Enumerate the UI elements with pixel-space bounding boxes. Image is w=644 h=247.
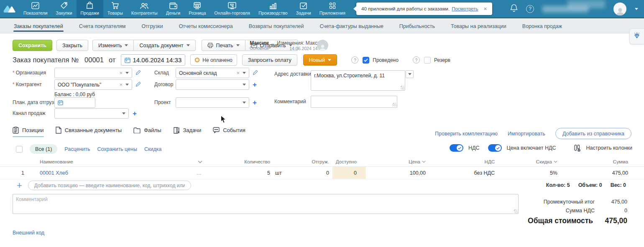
tab-linked-documents[interactable]: Связанные документы — [56, 127, 122, 137]
nav-item-goods[interactable]: Товары — [103, 0, 127, 18]
tab-commission-reports[interactable]: Отчеты комиссионера — [171, 19, 241, 33]
status-button[interactable]: Новый — [303, 54, 337, 66]
reserve-checkbox[interactable] — [424, 57, 431, 64]
all-filter-pill[interactable]: Все (1) — [30, 144, 57, 154]
nav-item-production[interactable]: Производство — [254, 0, 292, 18]
col-name[interactable]: Наименование — [40, 159, 73, 164]
counterparty-edit-icon[interactable] — [135, 81, 141, 89]
tab-positions[interactable]: Позиции — [13, 127, 44, 137]
external-code-link[interactable]: Внешний код — [13, 230, 44, 236]
address-dropdown-button[interactable] — [406, 70, 414, 78]
col-price[interactable]: Цена — [409, 159, 420, 164]
row-price[interactable]: 100,00 — [366, 167, 429, 179]
col-shipped[interactable]: Отгруж. — [312, 159, 329, 164]
nav-item-apps[interactable]: Приложения — [315, 0, 350, 18]
nav-item-tasks[interactable]: Задачи — [292, 0, 315, 18]
save-button[interactable]: Сохранить — [13, 40, 52, 51]
contract-select[interactable] — [176, 79, 249, 90]
counterparty-select[interactable]: ООО "Покупатель" × — [54, 79, 132, 90]
tab-profitability[interactable]: Прибыльность — [391, 19, 443, 33]
nav-item-online-trade[interactable]: Онлайн-торговля — [210, 0, 255, 18]
user-menu-caret-icon[interactable] — [635, 8, 638, 12]
row-quantity[interactable]: 5 — [205, 167, 272, 179]
print-button[interactable]: Печать — [202, 40, 245, 51]
nav-item-money[interactable]: Деньги — [162, 0, 185, 18]
row-discount[interactable]: 5% — [496, 167, 558, 179]
import-link[interactable]: Импортировать — [508, 131, 545, 137]
add-position-input[interactable] — [28, 181, 191, 190]
tab-events[interactable]: События — [213, 127, 245, 137]
ship-date-field[interactable] — [54, 97, 95, 108]
sales-channel-select[interactable] — [54, 108, 129, 119]
nav-item-retail[interactable]: Розница — [184, 0, 210, 18]
save-prices-link[interactable]: Сохранить цены — [97, 146, 137, 152]
payment-status-chip[interactable]: Не оплачено — [190, 54, 237, 66]
discount-link[interactable]: Скидка — [144, 146, 161, 152]
user-avatar[interactable] — [613, 3, 626, 15]
tab-customer-orders[interactable]: Заказы покупателей — [6, 19, 71, 33]
price-incl-vat-toggle[interactable] — [488, 144, 502, 152]
col-vat[interactable]: НДС — [485, 159, 495, 164]
col-available[interactable]: Доступно — [336, 159, 357, 164]
clear-icon[interactable]: × — [119, 70, 123, 76]
reserve-help-icon[interactable]: ? — [413, 56, 420, 64]
col-discount[interactable]: Скидка — [536, 159, 552, 164]
organization-edit-icon[interactable] — [135, 69, 141, 77]
sort-chevron-icon[interactable] — [422, 160, 426, 163]
col-quantity[interactable]: Количество — [244, 159, 270, 164]
bell-icon[interactable] — [510, 4, 518, 14]
request-payment-button[interactable]: Запросить оплату — [242, 54, 297, 66]
tab-issued-invoices[interactable]: Счета-фактуры выданные — [312, 19, 391, 33]
tab-customer-returns[interactable]: Возвраты покупателей — [241, 19, 312, 33]
help-icon[interactable]: ? — [526, 5, 534, 13]
reprice-link[interactable]: Расценить — [64, 146, 90, 152]
create-document-button[interactable]: Создать документ — [134, 40, 195, 51]
form-comment-field[interactable] — [311, 96, 397, 108]
add-project-icon[interactable]: + — [253, 99, 257, 106]
col-sum[interactable]: Сумма — [613, 159, 628, 164]
row-vat[interactable]: без НДС — [429, 167, 496, 179]
clear-icon[interactable]: × — [119, 81, 123, 88]
carried-help-icon[interactable]: ? — [351, 56, 358, 64]
close-button[interactable]: Закрыть — [56, 40, 88, 51]
tab-tasks[interactable]: Задачи — [173, 127, 202, 137]
tab-customer-invoices[interactable]: Счета покупателям — [71, 19, 134, 33]
clear-icon[interactable]: × — [236, 70, 240, 76]
tab-files[interactable]: Файлы — [133, 127, 161, 137]
nav-item-purchases[interactable]: Закупки — [52, 0, 77, 18]
nav-item-counterparties[interactable]: Контрагенты — [127, 0, 162, 18]
table-row[interactable]: 1 00001 Хлеб … 5 шт 0 0 100,00 без НДС 5… — [0, 167, 644, 179]
nav-item-indicators[interactable]: Показатели — [19, 0, 52, 18]
order-comment-field[interactable] — [13, 194, 519, 214]
sort-chevron-icon[interactable] — [554, 160, 557, 163]
owner-selector[interactable]: Максим Основной — [250, 40, 269, 51]
warehouse-edit-icon[interactable] — [253, 69, 258, 77]
carried-checkbox[interactable] — [363, 57, 369, 64]
document-number[interactable]: 00001 — [84, 56, 104, 64]
delivery-address-field[interactable]: г.Москва, ул.Строителей, д. 11 — [311, 70, 405, 91]
tab-sales-funnel[interactable]: Воронка продаж — [514, 19, 570, 33]
add-from-catalog-button[interactable]: Добавить из справочника — [555, 128, 631, 139]
add-sales-channel-icon[interactable]: + — [133, 110, 137, 117]
warehouse-select[interactable]: Основной склад × — [176, 68, 249, 78]
project-select[interactable] — [176, 97, 249, 108]
row-more-icon[interactable]: … — [197, 170, 203, 176]
add-position-icon[interactable]: + — [17, 181, 22, 190]
document-date-field[interactable]: 14.06.2024 14:33 — [121, 54, 186, 66]
edit-button[interactable]: Изменить — [92, 40, 134, 51]
check-kit-link[interactable]: Проверить комплектацию — [435, 131, 498, 137]
expand-chevron-icon[interactable] — [198, 160, 202, 163]
close-icon[interactable]: × — [484, 5, 487, 12]
select-all-checkbox[interactable] — [16, 146, 23, 153]
tab-consignment-goods[interactable]: Товары на реализации — [443, 19, 514, 33]
side-diamond-widget[interactable] — [629, 28, 644, 44]
tab-shipments[interactable]: Отгрузки — [133, 19, 171, 33]
moysklad-logo[interactable] — [0, 0, 19, 18]
vat-toggle[interactable] — [450, 144, 463, 152]
configure-columns-link[interactable]: Настроить колонки — [586, 145, 632, 151]
add-contract-icon[interactable]: + — [253, 81, 257, 88]
position-link[interactable]: 00001 Хлеб — [40, 170, 68, 176]
nav-item-sales[interactable]: Продажи — [77, 0, 104, 18]
organization-select[interactable]: × — [54, 68, 132, 78]
notification-view-link[interactable]: Посмотреть — [452, 6, 478, 11]
